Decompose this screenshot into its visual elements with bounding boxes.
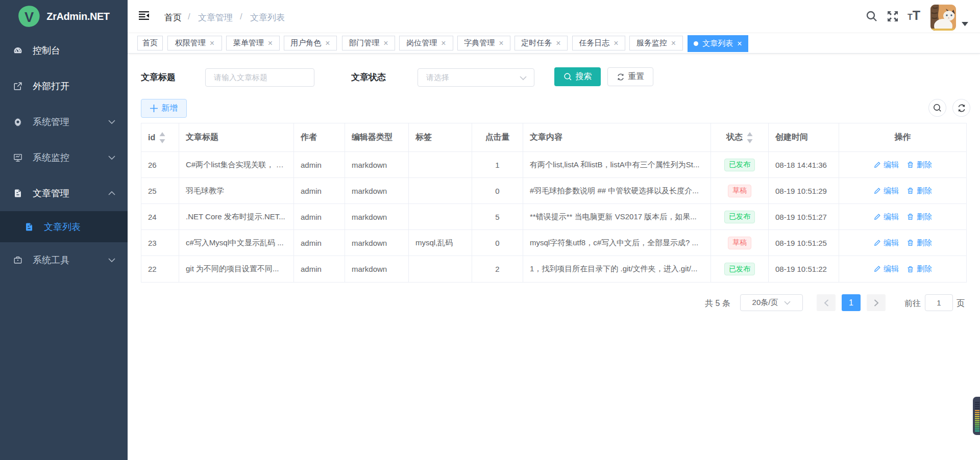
svg-text:V: V	[24, 9, 34, 25]
